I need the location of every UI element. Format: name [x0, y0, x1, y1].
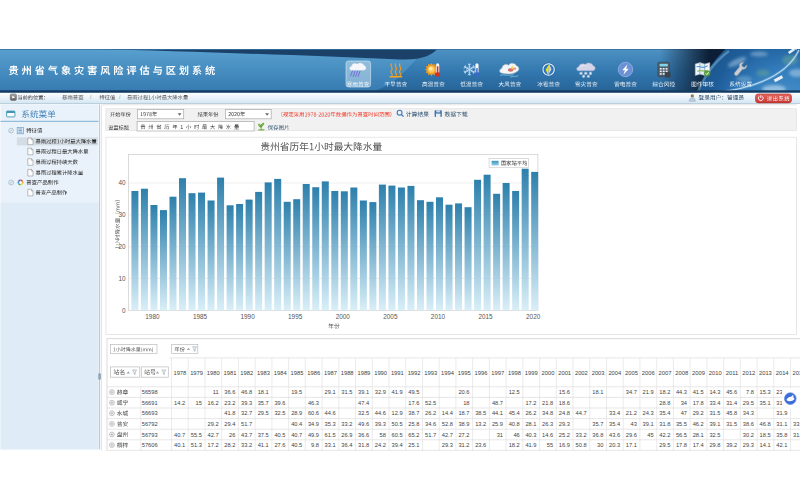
svg-text:39.6: 39.6 — [274, 400, 285, 406]
svg-text:56598: 56598 — [142, 389, 158, 395]
svg-text:17.1: 17.1 — [626, 442, 637, 448]
svg-text:46.3: 46.3 — [308, 400, 319, 406]
svg-text:34: 34 — [681, 400, 687, 406]
svg-text:32.5: 32.5 — [358, 410, 369, 416]
svg-text:43: 43 — [631, 421, 637, 427]
svg-text:2001: 2001 — [558, 370, 571, 376]
svg-text:27.6: 27.6 — [274, 442, 285, 448]
svg-text:1996: 1996 — [475, 370, 488, 376]
svg-text:16.2: 16.2 — [208, 400, 219, 406]
svg-text:26.2: 26.2 — [425, 410, 436, 416]
svg-text:40.8: 40.8 — [509, 421, 520, 427]
svg-text:31: 31 — [497, 432, 503, 438]
svg-text:42.7: 42.7 — [442, 432, 453, 438]
svg-text:18.1: 18.1 — [592, 389, 603, 395]
svg-text:34.7: 34.7 — [626, 389, 637, 395]
svg-text:36.6: 36.6 — [358, 432, 369, 438]
svg-text:40.5: 40.5 — [274, 432, 285, 438]
svg-text:26.3: 26.3 — [542, 421, 553, 427]
svg-text:32.5: 32.5 — [709, 432, 720, 438]
svg-text:45.8: 45.8 — [726, 410, 737, 416]
svg-text:56.5: 56.5 — [676, 432, 687, 438]
svg-text:31.5: 31.5 — [341, 389, 352, 395]
svg-text:32.7: 32.7 — [241, 410, 252, 416]
svg-text:0: 0 — [122, 307, 126, 314]
svg-text:39.4: 39.4 — [392, 442, 403, 448]
svg-text:18.7: 18.7 — [458, 410, 469, 416]
svg-text:39.3: 39.3 — [241, 400, 252, 406]
svg-text:29.2: 29.2 — [693, 410, 704, 416]
svg-text:35.1: 35.1 — [760, 400, 771, 406]
svg-text:44.6: 44.6 — [375, 410, 386, 416]
svg-text:21.2: 21.2 — [626, 410, 637, 416]
svg-text:35.4: 35.4 — [609, 421, 620, 427]
svg-text:56693: 56693 — [142, 410, 158, 416]
svg-text:29.4: 29.4 — [224, 421, 235, 427]
svg-text:2005: 2005 — [383, 313, 398, 320]
svg-text:31.8: 31.8 — [358, 442, 369, 448]
svg-text:52.5: 52.5 — [425, 400, 436, 406]
svg-text:30.2: 30.2 — [743, 432, 754, 438]
svg-text:55: 55 — [547, 442, 553, 448]
svg-text:2011: 2011 — [726, 370, 738, 376]
svg-text:9.8: 9.8 — [311, 442, 319, 448]
svg-text:39.1: 39.1 — [709, 421, 720, 427]
svg-text:2010: 2010 — [709, 370, 722, 376]
svg-text:51.7: 51.7 — [425, 432, 436, 438]
svg-text:39.1: 39.1 — [642, 421, 653, 427]
svg-text:1982: 1982 — [240, 370, 253, 376]
svg-text:32.5: 32.5 — [274, 410, 285, 416]
svg-text:61.5: 61.5 — [325, 432, 336, 438]
svg-text:32.9: 32.9 — [375, 389, 386, 395]
svg-text:55.5: 55.5 — [191, 432, 202, 438]
svg-text:34.9: 34.9 — [308, 421, 319, 427]
svg-text:17.8: 17.8 — [676, 442, 687, 448]
svg-text:41.8: 41.8 — [224, 410, 235, 416]
svg-text:51.7: 51.7 — [241, 421, 252, 427]
svg-text:36.6: 36.6 — [224, 389, 235, 395]
svg-text:2000: 2000 — [541, 370, 554, 376]
svg-text:31.5: 31.5 — [709, 410, 720, 416]
svg-text:15.6: 15.6 — [559, 389, 570, 395]
svg-text:34.6: 34.6 — [425, 421, 436, 427]
svg-text:1994: 1994 — [441, 370, 455, 376]
svg-text:33.2: 33.2 — [341, 421, 352, 427]
svg-text:19.5: 19.5 — [291, 389, 302, 395]
svg-text:1990: 1990 — [374, 370, 387, 376]
svg-text:17.6: 17.6 — [408, 400, 419, 406]
svg-text:16.9: 16.9 — [559, 442, 570, 448]
svg-text:1986: 1986 — [307, 370, 320, 376]
svg-text:1984: 1984 — [274, 370, 288, 376]
svg-text:41.5: 41.5 — [693, 389, 704, 395]
svg-text:12.5: 12.5 — [509, 389, 520, 395]
svg-text:1985: 1985 — [193, 313, 208, 320]
svg-text:41.9: 41.9 — [392, 389, 403, 395]
svg-text:2004: 2004 — [608, 370, 622, 376]
svg-text:2005: 2005 — [625, 370, 638, 376]
svg-text:38.9: 38.9 — [458, 421, 469, 427]
svg-text:2008: 2008 — [675, 370, 688, 376]
svg-text:33.4: 33.4 — [609, 410, 620, 416]
svg-text:56691: 56691 — [142, 400, 158, 406]
svg-text:2015: 2015 — [478, 313, 493, 320]
svg-text:39.3: 39.3 — [375, 421, 386, 427]
svg-text:29.5: 29.5 — [258, 410, 269, 416]
svg-text:57606: 57606 — [142, 442, 158, 448]
svg-text:1990: 1990 — [240, 313, 255, 320]
svg-text:1995: 1995 — [458, 370, 471, 376]
svg-text:14.1: 14.1 — [760, 442, 771, 448]
svg-text:24.8: 24.8 — [559, 410, 570, 416]
svg-text:1983: 1983 — [257, 370, 270, 376]
svg-text:1988: 1988 — [341, 370, 354, 376]
svg-text:60.6: 60.6 — [308, 410, 319, 416]
svg-text:41.1: 41.1 — [258, 442, 269, 448]
svg-text:56793: 56793 — [142, 432, 158, 438]
svg-text:35.5: 35.5 — [676, 421, 687, 427]
svg-text:31.2: 31.2 — [793, 432, 800, 438]
svg-text:29.5: 29.5 — [743, 400, 754, 406]
svg-text:45.4: 45.4 — [509, 410, 520, 416]
svg-text:10: 10 — [118, 275, 126, 282]
svg-text:46.8: 46.8 — [760, 421, 771, 427]
svg-text:1980: 1980 — [207, 370, 220, 376]
svg-text:25.1: 25.1 — [408, 442, 419, 448]
